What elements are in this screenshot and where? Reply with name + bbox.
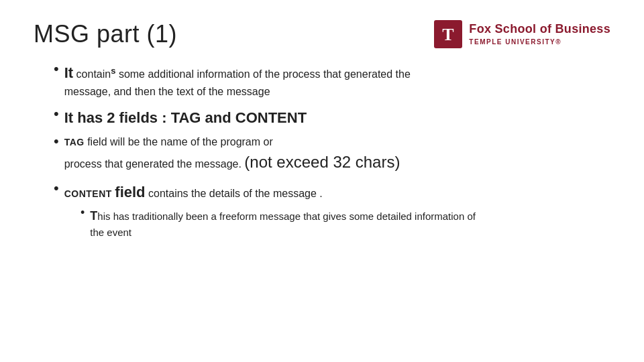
sub-bullet-T: T <box>90 209 97 223</box>
bullet-4-content: CONTENT <box>64 188 112 199</box>
logo-fox-label: Fox School of Business <box>469 22 610 37</box>
bullet-dot-2: • <box>54 105 59 123</box>
bullet-1-it: It <box>64 64 73 81</box>
sub-bullet-4-1: • This has traditionally been a freeform… <box>80 207 610 241</box>
svg-text:T: T <box>443 25 454 44</box>
bullet-dot-1: • <box>54 60 59 78</box>
bullet-2-text: It has 2 fields : TAG and CONTENT <box>64 107 307 129</box>
bullet-3-text: TAG field will be the name of the progra… <box>64 134 400 174</box>
bullet-3: • TAG field will be the name of the prog… <box>54 134 610 174</box>
bullet-3-exceed: (not exceed 32 chars) <box>244 153 400 171</box>
logo-text: Fox School of Business TEMPLE UNIVERSITY… <box>469 22 610 46</box>
bullet-4-text: CONTENT field contains the details of th… <box>64 181 323 203</box>
header: MSG part (1) T Fox School of Business TE… <box>34 20 610 48</box>
sub-bullet-dot: • <box>80 206 85 220</box>
bullet-1-body: contains some additional information of … <box>64 68 411 97</box>
bullet-4-body: contains the details of the message . <box>148 188 323 199</box>
bullet-4-field: field <box>115 184 145 200</box>
bullet-dot-4: • <box>54 180 59 197</box>
content-area: • It contains some additional informatio… <box>34 62 610 241</box>
bullet-1-text: It contains some additional information … <box>64 62 411 100</box>
bullet-2-body: It has 2 fields : TAG and CONTENT <box>64 109 307 126</box>
bullet-2: • It has 2 fields : TAG and CONTENT <box>54 107 610 129</box>
bullet-3-body2: process that generated the message. <box>64 158 241 170</box>
slide: MSG part (1) T Fox School of Business TE… <box>0 0 644 362</box>
bullet-dot-3: • <box>54 133 59 150</box>
logo-area: T Fox School of Business TEMPLE UNIVERSI… <box>434 20 610 48</box>
slide-title: MSG part (1) <box>34 20 177 48</box>
logo-temple-label: TEMPLE UNIVERSITY® <box>469 38 610 46</box>
sub-bullet-body: his has traditionally been a freeform me… <box>90 210 476 238</box>
bullet-3-tag: TAG <box>64 137 85 147</box>
bullet-4: • CONTENT field contains the details of … <box>54 181 610 203</box>
bullet-1: • It contains some additional informatio… <box>54 62 610 100</box>
sub-bullet-text: This has traditionally been a freeform m… <box>90 207 476 241</box>
fox-school-icon: T <box>434 20 462 48</box>
bullet-3-body1: field will be the name of the program or <box>87 136 273 147</box>
